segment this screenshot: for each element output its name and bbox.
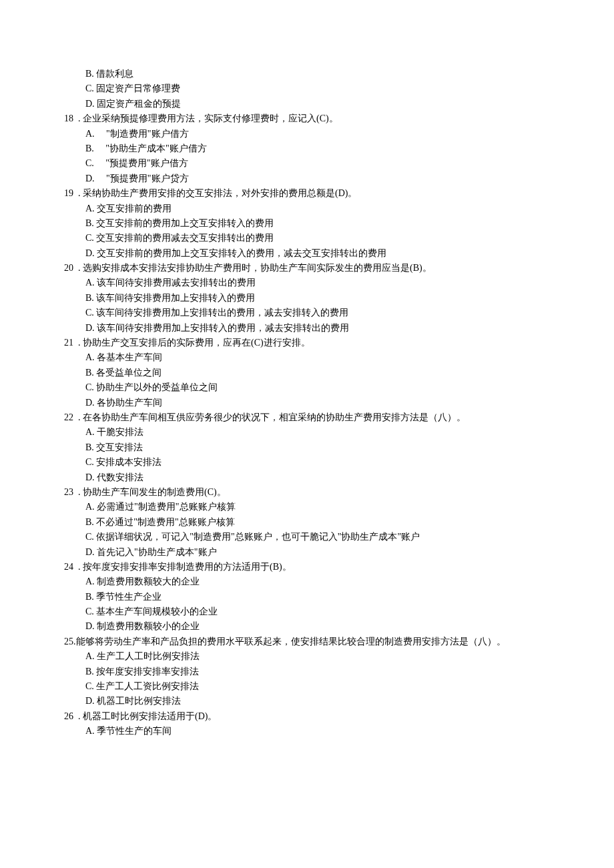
text-line: D. 固定资产租金的预提	[53, 97, 561, 111]
text-line: A. 交互安排前的费用	[53, 201, 561, 216]
text-line: B. 按年度安排安排率安排法	[53, 665, 561, 679]
text-line: A. 该车间待安排费用减去安排转出的费用	[53, 276, 561, 290]
text-line: C. 基本生产车间规模较小的企业	[53, 604, 561, 619]
text-line: A. 季节性生产的车间	[53, 724, 561, 739]
text-line: C. 该车间待安排费用加上安排转出的费用，减去安排转入的费用	[53, 306, 561, 320]
text-line: D. 交互安排前的费用加上交互安排转入的费用，减去交互安排转出的费用	[53, 246, 561, 261]
text-line: A. 制造费用数额较大的企业	[53, 574, 561, 589]
document-body: B. 借款利息C. 固定资产日常修理费D. 固定资产租金的预提18 . 企业采纳…	[53, 67, 561, 739]
text-line: B. 不必通过"制造费用"总账账户核算	[53, 515, 561, 530]
text-line: A. 各基本生产车间	[53, 350, 561, 365]
text-line: D. 代数安排法	[53, 470, 561, 485]
text-line: C. 交互安排前的费用减去交互安排转出的费用	[53, 231, 561, 246]
text-line: A. "制造费用"账户借方	[53, 127, 561, 141]
text-line: C. 依据详细状况，可记入"制造费用"总账账户，也可干脆记入"协助生产成本"账户	[53, 530, 561, 544]
text-line: 21 . 协助生产交互安排后的实际费用，应再在(C)进行安排。	[53, 336, 561, 350]
text-line: B. 该车间待安排费用加上安排转入的费用	[53, 291, 561, 306]
text-line: D. "预提费用"账户贷方	[53, 171, 561, 186]
text-line: D. 该车间待安排费用加上安排转入的费用，减去安排转出的费用	[53, 321, 561, 336]
text-line: D. 制造费用数额较小的企业	[53, 619, 561, 634]
text-line: C. 安排成本安排法	[53, 455, 561, 470]
text-line: D. 机器工时比例安排法	[53, 694, 561, 709]
text-line: 18 . 企业采纳预提修理费用方法，实际支付修理费时，应记入(C)。	[53, 111, 561, 126]
text-line: D. 首先记入"协助生产成本"账户	[53, 545, 561, 560]
text-line: A. 必需通过"制造费用"总账账户核算	[53, 500, 561, 514]
text-line: 23 . 协助生产车间发生的制造费用(C)。	[53, 485, 561, 500]
text-line: B. 借款利息	[53, 67, 561, 81]
text-line: B. "协助生产成本"账户借方	[53, 141, 561, 156]
text-line: B. 各受益单位之间	[53, 366, 561, 380]
text-line: C. "预提费用"账户借方	[53, 156, 561, 171]
text-line: 24 . 按年度安排安排率安排制造费用的方法适用于(B)。	[53, 560, 561, 574]
text-line: 22 . 在各协助生产车间相互供应劳务很少的状况下，相宜采纳的协助生产费用安排方…	[53, 410, 561, 425]
text-line: C. 生产工人工资比例安排法	[53, 679, 561, 694]
text-line: C. 协助生产以外的受益单位之间	[53, 380, 561, 395]
text-line: B. 交互安排前的费用加上交互安排转入的费用	[53, 216, 561, 231]
text-line: 25.能够将劳动生产率和产品负担的费用水平联系起来，使安排结果比较合理的制造费用…	[53, 634, 561, 649]
text-line: 19 . 采纳协助生产费用安排的交互安排法，对外安排的费用总额是(D)。	[53, 186, 561, 201]
text-line: B. 交互安排法	[53, 440, 561, 455]
text-line: A. 生产工人工时比例安排法	[53, 649, 561, 664]
text-line: 26 . 机器工时比例安排法适用于(D)。	[53, 709, 561, 724]
text-line: B. 季节性生产企业	[53, 590, 561, 604]
text-line: 20 . 选购安排成本安排法安排协助生产费用时，协助生产车间实际发生的费用应当是…	[53, 261, 561, 276]
text-line: A. 干脆安排法	[53, 425, 561, 440]
text-line: D. 各协助生产车间	[53, 396, 561, 410]
text-line: C. 固定资产日常修理费	[53, 81, 561, 96]
